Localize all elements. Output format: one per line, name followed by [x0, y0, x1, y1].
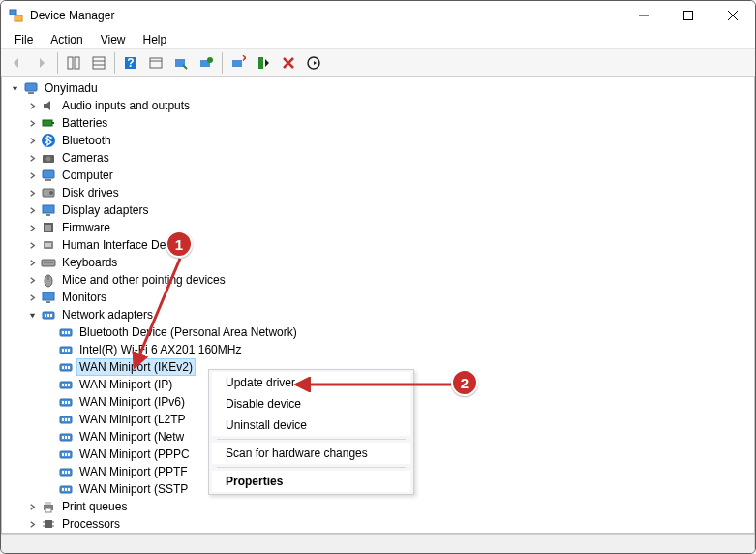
- chevron-right-icon[interactable]: [25, 291, 39, 304]
- svg-rect-71: [65, 418, 67, 421]
- svg-rect-50: [62, 331, 64, 334]
- display-icon: [41, 202, 56, 218]
- chevron-right-icon[interactable]: [25, 116, 39, 130]
- svg-rect-29: [43, 170, 54, 178]
- svg-rect-75: [65, 436, 67, 439]
- context-menu-item[interactable]: Uninstall device: [211, 415, 411, 436]
- svg-rect-90: [45, 502, 51, 505]
- disable-button[interactable]: [252, 51, 275, 75]
- menu-view[interactable]: View: [93, 31, 134, 48]
- chevron-right-icon[interactable]: [25, 99, 39, 112]
- chevron-right-icon[interactable]: [25, 273, 39, 287]
- tree-category[interactable]: Audio inputs and outputs: [6, 97, 754, 114]
- tree-category[interactable]: Processors: [6, 515, 754, 533]
- tree-category[interactable]: Firmware: [6, 219, 754, 236]
- window-title: Device Manager: [30, 9, 621, 22]
- help-button[interactable]: ?: [119, 51, 142, 75]
- back-button[interactable]: [5, 51, 28, 75]
- svg-rect-25: [52, 122, 54, 124]
- svg-rect-47: [47, 314, 49, 317]
- forward-button[interactable]: [30, 51, 53, 75]
- maximize-button[interactable]: [666, 1, 711, 30]
- menu-file[interactable]: File: [7, 31, 41, 48]
- chevron-right-icon[interactable]: [25, 134, 39, 147]
- chevron-down-icon[interactable]: [25, 308, 39, 322]
- tree-category[interactable]: Batteries: [6, 114, 754, 132]
- tree-category[interactable]: Disk drives: [6, 184, 754, 201]
- context-menu-item[interactable]: Scan for hardware changes: [211, 443, 411, 464]
- svg-rect-51: [65, 331, 67, 334]
- tree-device[interactable]: Bluetooth Device (Personal Area Network): [6, 323, 754, 341]
- svg-rect-3: [684, 12, 693, 20]
- tree-category[interactable]: Display adapters: [6, 201, 754, 219]
- svg-rect-87: [65, 488, 67, 491]
- tree-device-label: WAN Miniport (IP): [77, 377, 174, 392]
- tree-root[interactable]: Onyimadu: [6, 79, 754, 97]
- context-menu-item[interactable]: Properties: [211, 471, 411, 492]
- minimize-button[interactable]: [621, 1, 666, 30]
- context-menu-item[interactable]: Update driver: [211, 372, 411, 393]
- menu-action[interactable]: Action: [43, 31, 90, 48]
- svg-rect-68: [68, 401, 70, 404]
- menu-help[interactable]: Help: [136, 31, 175, 48]
- tree-category[interactable]: Cameras: [6, 149, 754, 167]
- chevron-right-icon[interactable]: [25, 203, 39, 217]
- svg-rect-79: [65, 453, 67, 456]
- chevron-down-icon[interactable]: [8, 81, 21, 95]
- update-driver-button[interactable]: [195, 51, 218, 75]
- battery-icon: [41, 115, 56, 131]
- tree-device-label: WAN Miniport (L2TP: [77, 412, 188, 427]
- tree-category[interactable]: Mice and other pointing devices: [6, 271, 754, 289]
- tree-category-label: Disk drives: [60, 185, 121, 200]
- chevron-right-icon[interactable]: [25, 151, 39, 165]
- svg-point-32: [49, 191, 53, 195]
- tree-category-label: Keyboards: [60, 255, 119, 270]
- tree-device-label: WAN Miniport (PPTF: [77, 464, 190, 479]
- tree-device[interactable]: Intel(R) Wi-Fi 6 AX201 160MHz: [6, 341, 754, 358]
- close-button[interactable]: [711, 1, 755, 30]
- svg-rect-78: [62, 453, 64, 456]
- chevron-right-icon[interactable]: [25, 186, 39, 200]
- svg-rect-82: [62, 471, 64, 474]
- enable-button[interactable]: [302, 51, 325, 75]
- statusbar: [1, 534, 755, 553]
- context-menu-item[interactable]: Disable device: [211, 393, 411, 415]
- uninstall-button[interactable]: ×: [227, 51, 250, 75]
- chevron-right-icon[interactable]: [25, 169, 39, 182]
- tree-category[interactable]: Computer: [6, 167, 754, 184]
- chevron-right-icon[interactable]: [25, 221, 39, 234]
- svg-rect-86: [62, 488, 64, 491]
- large-icons-button[interactable]: [87, 51, 110, 75]
- svg-rect-33: [43, 205, 54, 213]
- network-icon: [58, 429, 74, 445]
- svg-rect-70: [62, 418, 64, 421]
- tree-category[interactable]: Print queues: [6, 498, 754, 515]
- svg-rect-60: [68, 366, 70, 369]
- tree-root-label: Onyimadu: [43, 80, 100, 96]
- svg-text:?: ?: [127, 56, 134, 70]
- tree-category-label: Mice and other pointing devices: [60, 272, 227, 288]
- action-button[interactable]: [144, 51, 167, 75]
- tree-category[interactable]: Human Interface Dev: [6, 236, 754, 254]
- tree-category-label: Computer: [60, 168, 115, 183]
- tree-device-label: Bluetooth Device (Personal Area Network): [77, 324, 299, 340]
- chevron-right-icon[interactable]: [25, 256, 39, 269]
- annotation-marker-2: 2: [451, 369, 478, 396]
- tree-device-label: WAN Miniport (Netw: [77, 429, 186, 445]
- show-hide-console-button[interactable]: [62, 51, 85, 75]
- tree-category[interactable]: Keyboards: [6, 254, 754, 271]
- scan-hardware-button[interactable]: [169, 51, 193, 75]
- tree-category[interactable]: Network adapters: [6, 306, 754, 323]
- svg-rect-0: [10, 10, 16, 15]
- network-icon: [58, 481, 74, 497]
- chevron-right-icon[interactable]: [25, 517, 39, 531]
- chevron-right-icon[interactable]: [25, 238, 39, 252]
- svg-rect-34: [46, 214, 50, 216]
- svg-rect-46: [45, 314, 46, 317]
- remove-button[interactable]: [277, 51, 300, 75]
- tree-category[interactable]: Monitors: [6, 289, 754, 306]
- tree-category[interactable]: Bluetooth: [6, 132, 754, 149]
- svg-rect-22: [25, 83, 37, 91]
- svg-rect-54: [62, 349, 64, 352]
- chevron-right-icon[interactable]: [25, 500, 39, 513]
